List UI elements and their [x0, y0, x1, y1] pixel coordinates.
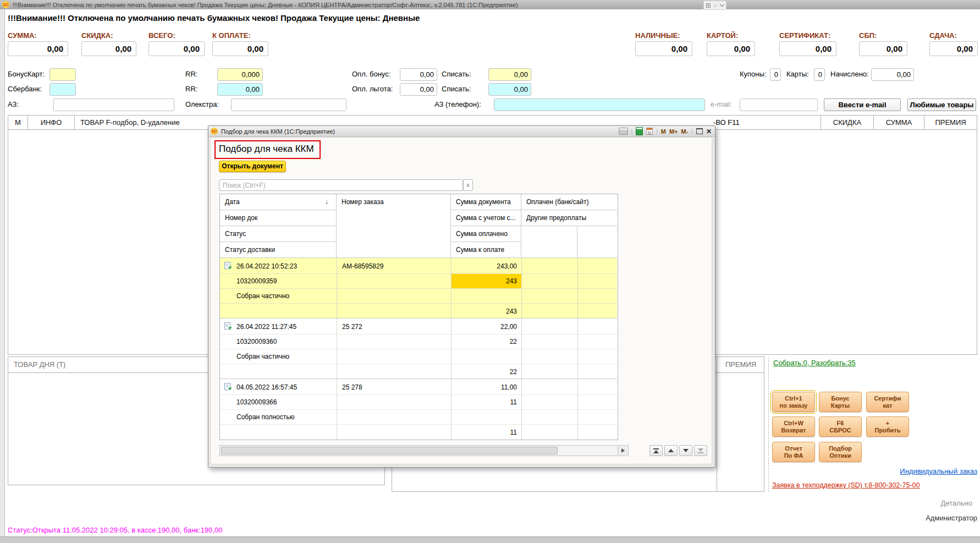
- button-line: По ФА: [784, 452, 803, 459]
- order-sum-discount: 243: [451, 277, 517, 285]
- scrollbar-thumb[interactable]: [221, 447, 558, 454]
- maximize-icon[interactable]: [696, 128, 703, 134]
- order-doc-number: 10320009366: [236, 398, 277, 406]
- order-row-group[interactable]: 26.04.2022 10:52:23 АМ-68595829 243,00 1…: [220, 258, 617, 319]
- horizontal-scrollbar[interactable]: [219, 445, 629, 456]
- podbor-optiki-button[interactable]: Подбор Оптики: [819, 442, 862, 462]
- memory-minus-button[interactable]: M-: [681, 128, 689, 135]
- order-date: 26.04.2022 11:27:45: [236, 323, 296, 331]
- memory-m-button[interactable]: M: [661, 128, 666, 135]
- support-link[interactable]: Заявка в техподдержку (SD) т.8-800-302-7…: [772, 481, 920, 489]
- grid-col-otherprepay[interactable]: Другие предоплаты: [521, 210, 617, 226]
- main-col-premia[interactable]: ПРЕМИЯ: [924, 115, 977, 130]
- coupons-input[interactable]: 0: [770, 68, 781, 81]
- grid-col-paidsum[interactable]: Сумма оплачено: [451, 226, 521, 242]
- open-document-button[interactable]: Открыть документ: [219, 161, 286, 172]
- vsego-label: ВСЕГО:: [148, 31, 175, 40]
- search-clear-button[interactable]: x: [463, 179, 473, 191]
- dialog-titlebar: 1С Подбор для чека ККМ (1С:Предприятие) …: [208, 126, 715, 137]
- window-title: !!!Внимание!!! Отключена по умолчанию пе…: [13, 2, 518, 8]
- order-number: 25 272: [342, 323, 362, 331]
- f6-sbros-button[interactable]: F6 СБРОС: [819, 416, 862, 437]
- az-input[interactable]: [53, 98, 174, 111]
- opl-lgota-input[interactable]: 0,00: [400, 83, 437, 96]
- sdacha-value: 0,00: [929, 41, 978, 56]
- grid-col-docsum[interactable]: Сумма документа: [451, 194, 521, 210]
- sertifikat-button[interactable]: Сертифи кат: [866, 392, 909, 412]
- main-col-skidka[interactable]: СКИДКА: [821, 115, 874, 130]
- spisat1-input[interactable]: 0,00: [488, 68, 531, 81]
- button-line: Ctrl+1: [785, 395, 802, 402]
- bonus-card-label: БонусКарт:: [8, 68, 45, 80]
- grid-col-status[interactable]: Статус: [220, 226, 337, 242]
- accrued-input[interactable]: 0,00: [871, 68, 914, 81]
- order-sum-discount: 22: [451, 338, 517, 345]
- close-icon[interactable]: ✕: [706, 128, 712, 135]
- assemble-link[interactable]: Собрать:0, Разобрать:35: [773, 359, 856, 367]
- otchet-po-fa-button[interactable]: Отчет По ФА: [772, 442, 815, 462]
- expand-icon[interactable]: ↕: [713, 3, 718, 8]
- go-first-button[interactable]: [649, 445, 663, 456]
- status-line: Статус:Открыта 11.05.2022 10:29:05, в ка…: [8, 526, 222, 534]
- bonus-karty-button[interactable]: Бонус Карты: [819, 392, 862, 412]
- az-phone-input[interactable]: [494, 98, 705, 111]
- ctrl1-po-zakazu-button[interactable]: Ctrl+1 по заказу: [772, 392, 815, 412]
- order-row-group[interactable]: 26.04.2022 11:27:45 25 272 22,00 1032000…: [220, 319, 617, 379]
- grid-col-paid[interactable]: Оплачен (банк/сайт): [521, 194, 617, 210]
- probit-button[interactable]: + Пробить: [866, 416, 909, 437]
- summa-value: 0,00: [8, 41, 68, 56]
- skidka-value: 0,00: [81, 41, 136, 56]
- main-col-summa[interactable]: СУММА: [873, 115, 924, 130]
- search-input[interactable]: [219, 179, 463, 191]
- calculator-icon[interactable]: [636, 127, 643, 135]
- grid-col-docnum[interactable]: Номер док: [220, 210, 337, 226]
- order-date: 04.05.2022 16:57:45: [236, 383, 297, 391]
- calendar-icon[interactable]: 31: [646, 128, 653, 135]
- sberbank-input[interactable]: [49, 83, 76, 96]
- arrow-down-icon: [698, 448, 703, 452]
- grid-dots-icon[interactable]: [706, 3, 711, 8]
- go-last-button[interactable]: [694, 445, 707, 456]
- print-icon[interactable]: [619, 128, 628, 135]
- order-row-group[interactable]: 04.05.2022 16:57:45 25 278 11,00 1032000…: [220, 379, 617, 440]
- grid-col-sumdiscount[interactable]: Сумма с учетом с...: [451, 210, 521, 226]
- main-col-qty[interactable]: -ВО F11: [713, 115, 740, 130]
- button-line: Отчет: [785, 445, 802, 452]
- grid-col-order[interactable]: Номер заказа: [337, 194, 451, 258]
- go-up-button[interactable]: [664, 445, 678, 456]
- scroll-right-button[interactable]: [618, 446, 627, 455]
- rr1-input[interactable]: 0,000: [217, 68, 263, 81]
- main-col-info[interactable]: ИНФО: [27, 115, 75, 130]
- nalichnye-value: 0,00: [635, 41, 692, 56]
- k-oplate-label: К ОПЛАТЕ:: [212, 31, 251, 40]
- spisat1-label: Списать:: [442, 68, 471, 80]
- order-doc-sum: 243,00: [451, 262, 517, 270]
- email-input[interactable]: [740, 98, 818, 111]
- nalichnye-label: НАЛИЧНЫЕ:: [635, 31, 680, 40]
- memory-plus-button[interactable]: M+: [669, 128, 678, 135]
- spisat2-input[interactable]: 0,00: [488, 83, 531, 96]
- favorites-button[interactable]: Любимые товары: [907, 98, 976, 111]
- ctrlw-vozvrat-button[interactable]: Ctrl+W Возврат: [772, 416, 815, 437]
- go-down-button[interactable]: [679, 445, 692, 456]
- sbp-value: 0,00: [859, 41, 907, 56]
- arrow-up-icon: [653, 450, 659, 453]
- screen-overlay-controls[interactable]: ↕: [703, 1, 726, 10]
- enter-email-button[interactable]: Ввести e-mail: [824, 98, 901, 111]
- individual-order-link[interactable]: Индивидуальный заказ: [900, 467, 977, 475]
- sertifikat-label: СЕРТИФИКАТ:: [779, 31, 830, 40]
- grid-col-date[interactable]: Дата ↓: [220, 194, 337, 210]
- main-col-m[interactable]: М: [8, 115, 28, 130]
- olekstra-input[interactable]: [231, 98, 346, 111]
- chevron-down-icon[interactable]: [720, 2, 724, 7]
- button-line: Возврат: [781, 427, 806, 434]
- dialog-heading: Подбор для чека ККМ: [214, 140, 321, 159]
- skidka-label: СКИДКА:: [81, 31, 113, 40]
- grid-col-topay[interactable]: Сумма к оплате: [451, 242, 521, 258]
- cards-input[interactable]: 0: [814, 68, 825, 81]
- bonus-card-input[interactable]: [49, 68, 76, 81]
- grid-col-delivery[interactable]: Статус доставки: [220, 242, 337, 258]
- button-line: Оптики: [829, 452, 851, 459]
- opl-bonus-input[interactable]: 0,00: [400, 68, 437, 81]
- rr2-input[interactable]: 0,00: [217, 83, 263, 96]
